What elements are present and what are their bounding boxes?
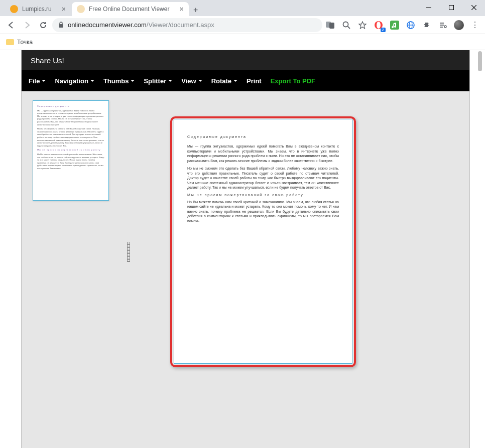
thumb-text: Но Вы можете помочь нам своей критикой и… bbox=[37, 153, 104, 170]
menu-label: View bbox=[181, 77, 196, 85]
viewer-menubar: File Navigation Thumbs Splitter View Rot… bbox=[22, 70, 469, 91]
reload-icon bbox=[39, 21, 47, 29]
document-page[interactable]: Содержимое документа Мы — группа энтузиа… bbox=[174, 119, 352, 364]
chevron-down-icon bbox=[131, 80, 135, 82]
menu-print[interactable]: Print bbox=[247, 77, 262, 85]
chevron-down-icon bbox=[168, 80, 172, 82]
minimize-button[interactable] bbox=[417, 0, 440, 15]
page-scrollbar[interactable] bbox=[477, 50, 483, 448]
thumbnails-panel: Содержимое документа Мы — группа энтузиа… bbox=[22, 91, 127, 448]
browser-tab-viewer[interactable]: Free Online Document Viewer × bbox=[72, 2, 189, 16]
forward-button[interactable] bbox=[20, 18, 34, 32]
chevron-down-icon bbox=[42, 80, 46, 82]
share-label: Share Us! bbox=[31, 56, 64, 65]
close-icon bbox=[471, 5, 476, 10]
back-icon bbox=[7, 21, 15, 29]
bookmark-item[interactable]: Точка bbox=[17, 39, 33, 46]
star-icon[interactable] bbox=[356, 19, 369, 31]
menu-label: Rotate bbox=[211, 77, 231, 85]
forward-icon bbox=[23, 21, 31, 29]
extension-opera[interactable]: 2 bbox=[373, 19, 385, 31]
maximize-button[interactable] bbox=[440, 0, 462, 15]
menu-splitter[interactable]: Splitter bbox=[144, 77, 172, 85]
url-path: /Viewer/document.aspx bbox=[147, 21, 214, 29]
share-header: Share Us! bbox=[22, 50, 469, 70]
menu-label: Thumbs bbox=[103, 77, 129, 85]
lock-icon bbox=[58, 22, 64, 28]
menu-label: Print bbox=[247, 77, 262, 85]
svg-point-18 bbox=[444, 26, 446, 28]
menu-view[interactable]: View bbox=[181, 77, 202, 85]
maximize-icon bbox=[449, 5, 454, 10]
chrome-menu-icon[interactable]: ⋮ bbox=[469, 19, 481, 31]
svg-line-8 bbox=[348, 26, 350, 29]
reload-button[interactable] bbox=[36, 18, 50, 32]
page-content: Share Us! File Navigation Thumbs Splitte… bbox=[0, 50, 485, 448]
chevron-down-icon bbox=[90, 80, 94, 82]
scroll-thumb[interactable] bbox=[478, 51, 482, 71]
menu-rotate[interactable]: Rotate bbox=[211, 77, 237, 85]
doc-paragraph: Но Вы можете помочь нам своей критикой и… bbox=[187, 200, 339, 223]
address-bar: onlinedocumentviewer.com/Viewer/document… bbox=[0, 16, 485, 34]
chevron-down-icon bbox=[198, 80, 202, 82]
close-window-button[interactable] bbox=[462, 0, 485, 15]
page-panel: Содержимое документа Мы — группа энтузиа… bbox=[130, 91, 469, 448]
thumb-text: Но мы не сможем это сделать без Вашей об… bbox=[37, 127, 104, 147]
menu-export-pdf[interactable]: Export To PDF bbox=[271, 77, 315, 85]
favicon-lumpics bbox=[10, 5, 18, 13]
document-viewer-app: Share Us! File Navigation Thumbs Splitte… bbox=[21, 50, 470, 448]
menu-label: File bbox=[29, 77, 40, 85]
svg-rect-4 bbox=[59, 24, 63, 28]
menu-label: Navigation bbox=[55, 77, 88, 85]
extensions-puzzle-icon[interactable] bbox=[421, 19, 433, 31]
svg-rect-1 bbox=[449, 6, 453, 10]
extension-music[interactable] bbox=[389, 19, 401, 31]
thumb-heading: Мы не просим пожертвований за свою работ… bbox=[37, 148, 104, 152]
translate-icon[interactable] bbox=[324, 19, 336, 31]
bookmarks-bar: Точка bbox=[0, 34, 485, 50]
profile-avatar[interactable] bbox=[453, 19, 465, 31]
reading-list-icon[interactable] bbox=[437, 19, 449, 31]
folder-icon bbox=[6, 39, 14, 45]
svg-point-10 bbox=[377, 22, 381, 29]
close-tab-icon[interactable]: × bbox=[62, 5, 66, 13]
svg-point-7 bbox=[343, 22, 348, 27]
new-tab-button[interactable]: + bbox=[190, 4, 202, 16]
thumb-title: Содержимое документа bbox=[37, 105, 104, 108]
favicon-viewer bbox=[77, 5, 85, 13]
doc-heading: Мы не просим пожертвований за свою работ… bbox=[187, 193, 339, 197]
menu-navigation[interactable]: Navigation bbox=[55, 77, 94, 85]
menu-label: Export To PDF bbox=[271, 77, 315, 85]
tab-title: Lumpics.ru bbox=[22, 6, 52, 13]
zoom-icon[interactable] bbox=[340, 19, 352, 31]
back-button[interactable] bbox=[4, 18, 18, 32]
menu-label: Splitter bbox=[144, 77, 166, 85]
menu-thumbs[interactable]: Thumbs bbox=[103, 77, 135, 85]
svg-rect-6 bbox=[329, 23, 334, 29]
extension-globe[interactable] bbox=[405, 19, 417, 31]
chevron-down-icon bbox=[233, 80, 237, 82]
thumb-text: Мы — группа энтузиастов, одержимых идеей… bbox=[37, 109, 104, 126]
svg-rect-11 bbox=[390, 21, 399, 30]
close-tab-icon[interactable]: × bbox=[179, 5, 183, 13]
window-titlebar: Lumpics.ru × Free Online Document Viewer… bbox=[0, 0, 485, 16]
url-field[interactable]: onlinedocumentviewer.com/Viewer/document… bbox=[52, 18, 322, 32]
browser-tab-lumpics[interactable]: Lumpics.ru × bbox=[5, 2, 71, 16]
doc-title: Содержимое документа bbox=[187, 134, 339, 139]
url-domain: onlinedocumentviewer.com bbox=[68, 21, 147, 29]
doc-paragraph: Но мы не сможем это сделать без Вашей об… bbox=[187, 166, 339, 190]
document-area: Содержимое документа Мы — группа энтузиа… bbox=[22, 91, 469, 448]
menu-file[interactable]: File bbox=[29, 77, 46, 85]
badge: 2 bbox=[381, 28, 386, 32]
page-thumbnail[interactable]: Содержимое документа Мы — группа энтузиа… bbox=[33, 100, 109, 201]
tab-title: Free Online Document Viewer bbox=[89, 6, 170, 13]
doc-paragraph: Мы — группа энтузиастов, одержимых идеей… bbox=[187, 144, 339, 163]
minimize-icon bbox=[426, 5, 431, 10]
